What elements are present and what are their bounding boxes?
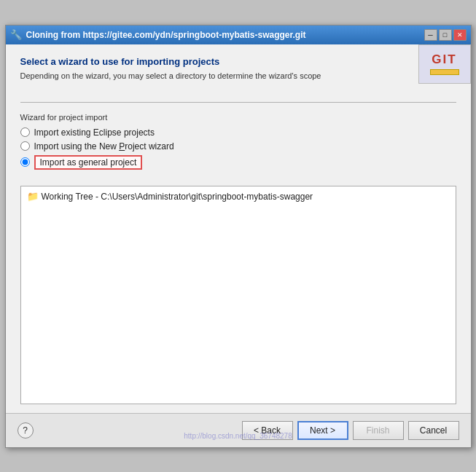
radio-option-3[interactable]: Import as general project — [20, 155, 456, 170]
next-button[interactable]: Next > — [297, 421, 348, 440]
radio-input-1[interactable] — [20, 127, 30, 137]
radio-label-2: Import using the New Project wizard — [34, 141, 174, 152]
bottom-bar: ? < Back Next > Finish Cancel — [6, 413, 471, 447]
radio-group: Import existing Eclipse projects Import … — [20, 127, 456, 170]
git-logo-bar — [430, 69, 459, 75]
git-logo-text: GIT — [432, 52, 456, 67]
back-button[interactable]: < Back — [242, 421, 293, 440]
minimize-button[interactable]: ─ — [424, 29, 437, 41]
main-window: 🔧 Cloning from https://gitee.com/ydn/spr… — [5, 25, 472, 448]
title-bar: 🔧 Cloning from https://gitee.com/ydn/spr… — [6, 25, 471, 44]
tree-item[interactable]: 📁 Working Tree - C:\Users\Administrator\… — [21, 189, 456, 204]
close-button[interactable]: ✕ — [453, 29, 467, 41]
tree-item-label: Working Tree - C:\Users\Administrator\gi… — [42, 192, 313, 202]
button-group: < Back Next > Finish Cancel — [242, 421, 459, 440]
bottom-left: ? — [17, 422, 34, 438]
page-title: Select a wizard to use for importing pro… — [20, 56, 398, 67]
radio-input-3[interactable] — [20, 157, 30, 167]
tree-panel[interactable]: 📁 Working Tree - C:\Users\Administrator\… — [20, 186, 456, 404]
window-title: Cloning from https://gitee.com/ydn/sprin… — [26, 30, 306, 40]
content-area: GIT Select a wizard to use for importing… — [6, 44, 471, 413]
wizard-section: Wizard for project import Import existin… — [20, 113, 456, 178]
page-subtitle: Depending on the wizard, you may select … — [20, 71, 398, 80]
radio-input-2[interactable] — [20, 141, 30, 151]
header-area: Select a wizard to use for importing pro… — [20, 56, 456, 103]
git-logo: GIT — [418, 44, 471, 84]
radio-label-1: Import existing Eclipse projects — [34, 127, 155, 138]
cancel-button[interactable]: Cancel — [408, 421, 459, 440]
underline-p: P — [119, 141, 125, 152]
finish-button[interactable]: Finish — [353, 421, 404, 440]
wizard-section-label: Wizard for project import — [20, 113, 456, 122]
radio-label-3: Import as general project — [34, 155, 143, 170]
radio-option-2[interactable]: Import using the New Project wizard — [20, 141, 456, 152]
title-bar-controls: ─ □ ✕ — [424, 29, 467, 41]
help-button[interactable]: ? — [17, 422, 34, 438]
folder-icon: 📁 — [27, 192, 39, 202]
title-bar-left: 🔧 Cloning from https://gitee.com/ydn/spr… — [10, 29, 306, 41]
maximize-button[interactable]: □ — [439, 29, 452, 41]
radio-option-1[interactable]: Import existing Eclipse projects — [20, 127, 456, 138]
window-icon: 🔧 — [10, 29, 22, 41]
